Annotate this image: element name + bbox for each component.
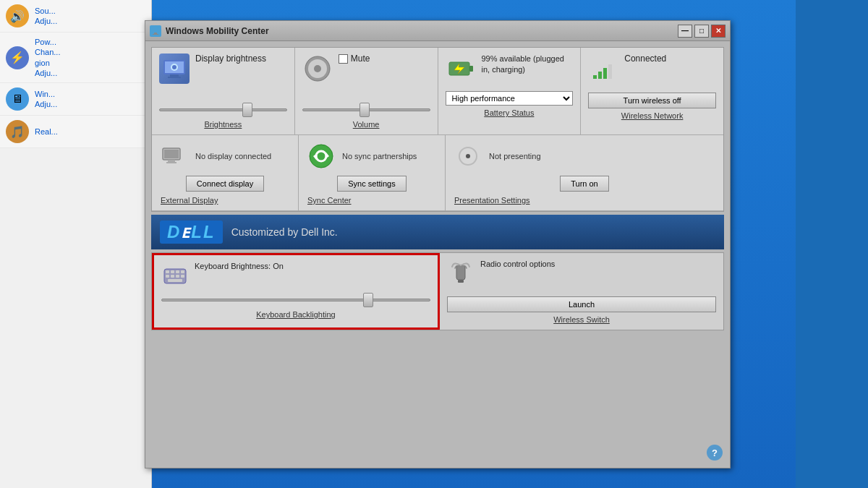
wireless-off-button[interactable]: Turn wireless off: [588, 93, 716, 108]
wireless-switch-text: Radio control options: [480, 259, 555, 270]
sync-center-inner: No sync partnerships: [306, 141, 438, 171]
battery-tile-inner: 99% available (plugged in, charging): [446, 53, 574, 84]
maximize-button[interactable]: □: [694, 25, 709, 38]
svg-point-11: [314, 65, 321, 72]
main-tiles-grid: Display brightness Brightness: [151, 47, 724, 212]
presentation-tile: Not presenting Turn on Presentation Sett…: [446, 135, 723, 210]
left-panel-item-realtek[interactable]: 🎵 Real...: [0, 116, 151, 148]
external-display-icon: [159, 141, 190, 171]
brightness-tile-inner: Display brightness: [159, 53, 287, 84]
windows-icon: 🖥: [6, 87, 29, 111]
svg-rect-2: [153, 34, 158, 35]
power-icon: ⚡: [6, 46, 29, 69]
dell-logo: DᴇLL: [160, 221, 223, 244]
sync-center-label: Sync Center: [306, 196, 352, 205]
external-display-label: External Display: [159, 196, 218, 205]
minimize-button[interactable]: —: [678, 25, 692, 38]
window-title: Windows Mobility Center: [166, 26, 678, 36]
svg-point-28: [466, 154, 470, 158]
sync-center-tile: No sync partnerships Sync settings Sync …: [299, 135, 446, 210]
left-control-panel: 🔊 Sou...Adju... ⚡ Pow...Chan...gionAdju.…: [0, 0, 152, 488]
sync-settings-button[interactable]: Sync settings: [337, 176, 406, 192]
brightness-slider[interactable]: [159, 103, 287, 117]
dell-tiles: Keyboard Brightness: On Keyboard Backlig…: [151, 252, 724, 330]
left-panel-item-windows[interactable]: 🖥 Win...Adju...: [0, 83, 151, 116]
dell-customized-text: Customized by Dell Inc.: [231, 226, 338, 238]
svg-rect-16: [598, 72, 602, 79]
connect-display-button[interactable]: Connect display: [186, 176, 264, 192]
external-display-tile: No display connected Connect display Ext…: [152, 135, 299, 210]
sound-label: Sou...Adju...: [35, 6, 57, 27]
wmc-window-icon: [150, 25, 161, 37]
close-button[interactable]: ✕: [711, 25, 726, 38]
external-display-status: No display connected: [195, 152, 271, 160]
wireless-tile-inner: Connected: [588, 53, 716, 84]
sync-icon: [306, 141, 336, 171]
svg-rect-39: [168, 279, 182, 282]
svg-point-8: [172, 65, 176, 69]
svg-rect-18: [608, 64, 612, 79]
keyboard-backlighting-inner: Keyboard Brightness: On: [161, 261, 430, 288]
title-bar-buttons: — □ ✕: [678, 25, 726, 38]
title-bar: Windows Mobility Center — □ ✕: [145, 21, 730, 41]
svg-rect-15: [593, 75, 597, 79]
launch-button[interactable]: Launch: [447, 296, 716, 312]
svg-rect-21: [168, 160, 175, 162]
volume-icon: [302, 53, 333, 84]
left-panel-item-sound[interactable]: 🔊 Sou...Adju...: [0, 0, 151, 33]
wireless-tile: Connected Turn wireless off Wireless Net…: [581, 48, 723, 134]
volume-tile: Mute Volume: [295, 48, 438, 134]
display-brightness-icon: [159, 53, 190, 84]
battery-label: Battery Status: [446, 108, 574, 117]
sound-icon: 🔊: [6, 4, 29, 27]
help-button[interactable]: ?: [707, 445, 723, 461]
svg-point-23: [310, 145, 333, 168]
svg-rect-22: [166, 162, 176, 163]
volume-tile-inner: Mute: [302, 53, 430, 84]
keyboard-brightness-slider[interactable]: [161, 293, 430, 307]
realtek-label: Real...: [35, 127, 58, 137]
svg-rect-33: [176, 270, 179, 273]
keyboard-icon: [161, 261, 189, 288]
brightness-title: Display brightness: [195, 53, 266, 65]
presentation-inner: Not presenting: [453, 141, 716, 171]
svg-rect-36: [171, 275, 174, 278]
mute-title: Mute: [351, 53, 370, 65]
wireless-switch-label: Wireless Switch: [447, 315, 716, 324]
mute-checkbox[interactable]: [339, 54, 348, 64]
left-panel-item-power[interactable]: ⚡ Pow...Chan...gionAdju...: [0, 33, 151, 83]
realtek-icon: 🎵: [6, 120, 29, 143]
volume-slider[interactable]: [302, 103, 430, 117]
svg-rect-31: [166, 270, 169, 273]
svg-rect-0: [152, 27, 159, 33]
wmc-window: Windows Mobility Center — □ ✕: [145, 20, 731, 468]
svg-rect-37: [176, 275, 179, 278]
svg-rect-41: [458, 280, 464, 283]
sync-status: No sync partnerships: [342, 152, 417, 160]
battery-mode-dropdown[interactable]: High performance Balanced Power saver: [446, 91, 574, 106]
external-display-inner: No display connected: [159, 141, 291, 171]
svg-rect-35: [166, 275, 169, 278]
keyboard-brightness-text: Keyboard Brightness: On: [195, 261, 284, 272]
svg-rect-5: [170, 74, 179, 77]
battery-tile: 99% available (plugged in, charging) Hig…: [438, 48, 582, 134]
bottom-tiles-row: No display connected Connect display Ext…: [152, 135, 723, 211]
svg-rect-1: [154, 33, 157, 34]
windows-label: Win...Adju...: [35, 89, 57, 110]
presentation-turn-on-button[interactable]: Turn on: [560, 176, 609, 192]
wireless-switch-tile: Radio control options Launch Wireless Sw…: [440, 253, 723, 330]
wireless-switch-inner: Radio control options: [447, 259, 716, 286]
svg-rect-17: [603, 68, 607, 79]
svg-rect-34: [181, 270, 184, 273]
wireless-label: Wireless Network: [588, 111, 716, 120]
wireless-icon: [588, 53, 618, 84]
presentation-status: Not presenting: [489, 152, 541, 160]
svg-rect-38: [181, 275, 184, 278]
presentation-icon: [453, 141, 483, 171]
dell-bar: DᴇLL Customized by Dell Inc.: [151, 215, 724, 249]
keyboard-backlighting-tile: Keyboard Brightness: On Keyboard Backlig…: [152, 253, 440, 330]
radio-icon: [447, 259, 475, 286]
battery-status: 99% available (plugged in, charging): [482, 53, 574, 76]
right-strip: [796, 0, 868, 488]
brightness-label: Brightness: [159, 120, 287, 129]
